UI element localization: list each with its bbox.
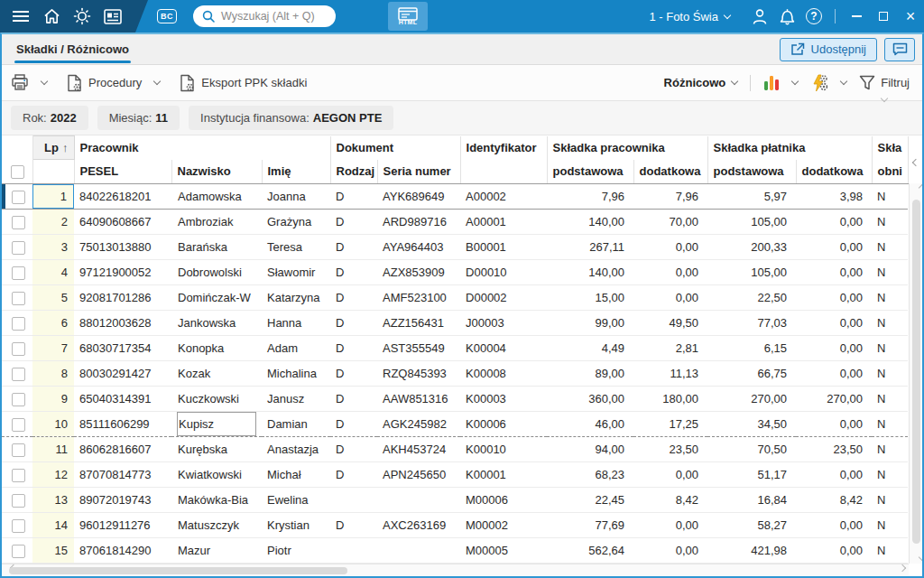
row-checkbox[interactable]: [12, 292, 25, 305]
procedures-label: Procedury: [88, 76, 142, 89]
cell-sp-podstawowa: 94,00: [547, 437, 633, 462]
column-header-sp-dodatkowa[interactable]: dodatkowa: [633, 160, 707, 184]
vertical-scroll-thumb[interactable]: [912, 200, 920, 544]
row-checkbox[interactable]: [12, 519, 25, 533]
export-ppk-button[interactable]: Eksport PPK składki: [180, 74, 307, 92]
horizontal-scroll-thumb[interactable]: [9, 567, 347, 574]
row-checkbox[interactable]: [12, 191, 25, 204]
column-header-pl-podstawowa[interactable]: podstawowa: [707, 160, 796, 184]
table-row[interactable]: 1 84022618201 Adamowska Joanna D AYK6896…: [2, 184, 908, 210]
column-group-dokument[interactable]: Dokument: [330, 136, 460, 160]
cell-identyfikator: M00005: [460, 538, 547, 564]
maximize-button[interactable]: [870, 0, 897, 33]
bc-button[interactable]: BC: [152, 0, 182, 33]
procedures-button[interactable]: Procedury: [67, 74, 160, 92]
html-label: HTML: [399, 19, 418, 25]
assistant-button[interactable]: [67, 0, 97, 33]
row-checkbox[interactable]: [12, 393, 25, 406]
minimize-button[interactable]: [843, 0, 870, 33]
table-row[interactable]: 11 86062816607 Kurębska Anastazja D AKH4…: [2, 437, 908, 462]
table-row[interactable]: 3 75013013880 Barańska Teresa D AYA96440…: [2, 235, 908, 260]
search-input[interactable]: Wyszukaj (Alt + Q): [193, 5, 336, 27]
row-checkbox[interactable]: [12, 469, 25, 482]
column-header-seria-numer[interactable]: Seria numer: [377, 160, 460, 184]
print-button[interactable]: [11, 74, 47, 91]
table-row[interactable]: 9 65040314391 Kuczkowski Janusz D AAW851…: [2, 387, 908, 412]
cell-imie: Michalina: [262, 361, 330, 387]
scroll-down-icon[interactable]: [919, 554, 922, 561]
row-checkbox[interactable]: [12, 418, 25, 432]
share-button[interactable]: Udostępnij: [780, 38, 877, 61]
help-button[interactable]: ?: [800, 0, 827, 33]
analytics-button[interactable]: [763, 74, 798, 91]
view-mode-selector[interactable]: Różnicowo: [664, 76, 738, 89]
feedback-button[interactable]: [884, 38, 915, 61]
cell-imie: Joanna: [262, 184, 330, 210]
filter-button[interactable]: Filtruj: [859, 75, 910, 90]
cell-imie: Janusz: [262, 387, 330, 412]
column-group-skladka-obnizona[interactable]: Skła: [872, 136, 908, 160]
filter-chip[interactable]: Rok:2022: [11, 106, 88, 130]
table-row[interactable]: 14 96012911276 Matuszczyk Krystian D AXC…: [2, 513, 908, 538]
table-row[interactable]: 2 64090608667 Ambroziak Grażyna D ARD989…: [2, 210, 908, 235]
column-header-sp-podstawowa[interactable]: podstawowa: [547, 160, 633, 184]
table-row[interactable]: 13 89072019743 Makówka-Bia Ewelina M0000…: [2, 488, 908, 513]
column-header-imie[interactable]: Imię: [262, 160, 330, 184]
search-icon: [202, 10, 215, 23]
table-row[interactable]: 10 85111606299 Kupisz Damian D AGK245982…: [2, 412, 908, 437]
row-checkbox[interactable]: [12, 545, 25, 558]
table-row[interactable]: 8 80030291427 Kozak Michalina D RZQ84539…: [2, 361, 908, 387]
home-button[interactable]: [36, 0, 67, 33]
horizontal-scrollbar[interactable]: [2, 564, 909, 576]
column-header-identyfikator[interactable]: Identyfikator: [460, 136, 547, 184]
row-checkbox[interactable]: [12, 266, 25, 280]
cell-sp-podstawowa: 4,49: [547, 336, 633, 361]
column-header-rodzaj[interactable]: Rodzaj: [330, 160, 377, 184]
table-row[interactable]: 7 68030717354 Konopka Adam D AST355549 K…: [2, 336, 908, 361]
filter-chip[interactable]: Miesiąc:11: [97, 106, 180, 130]
column-header-lp[interactable]: Lp↑: [32, 136, 74, 160]
close-button[interactable]: ×: [897, 0, 924, 33]
row-checkbox[interactable]: [12, 342, 25, 356]
column-group-pracownik[interactable]: Pracownik: [74, 136, 330, 160]
column-header-nazwisko[interactable]: Nazwisko: [171, 160, 262, 184]
table-row[interactable]: 15 87061814290 Mazur Piotr M00005 562,64…: [2, 538, 908, 564]
scroll-up-icon[interactable]: [919, 184, 922, 191]
cell-rodzaj: D: [330, 184, 377, 210]
user-button[interactable]: [746, 0, 773, 33]
table-row[interactable]: 5 92081701286 Domińczak-W Katarzyna D AM…: [2, 285, 908, 311]
vertical-scrollbar[interactable]: [909, 183, 922, 564]
cell-pesel: 80030291427: [74, 361, 171, 387]
column-header-obnizona[interactable]: obni: [872, 160, 908, 184]
row-select-cell: [2, 387, 32, 412]
select-all-checkbox[interactable]: [11, 165, 24, 179]
filter-chip[interactable]: Instytucja finansowa:AEGON PTE: [189, 106, 393, 130]
data-grid: Lp↑ Pracownik Dokument Identyfikator Skł…: [2, 135, 922, 576]
cell-obnizona: N: [872, 488, 908, 513]
notifications-button[interactable]: [773, 0, 800, 33]
row-checkbox[interactable]: [12, 443, 25, 457]
column-header-pl-dodatkowa[interactable]: dodatkowa: [796, 160, 872, 184]
row-checkbox[interactable]: [12, 368, 25, 381]
cell-sp-dodatkowa: 7,96: [633, 184, 707, 210]
column-group-skladka-platnika[interactable]: Składka płatnika: [707, 136, 872, 160]
row-checkbox[interactable]: [12, 494, 25, 508]
cell-lp: 5: [32, 285, 74, 311]
collapse-panel-icon[interactable]: [912, 159, 919, 166]
column-header-pesel[interactable]: PESEL: [74, 160, 171, 184]
row-checkbox[interactable]: [12, 317, 25, 331]
tab-skladki-roznicowo[interactable]: Składki / Różnicowo: [2, 34, 143, 65]
menu-button[interactable]: [5, 0, 36, 33]
table-row[interactable]: 4 97121900052 Dobrowolski Sławomir D AZX…: [2, 260, 908, 285]
row-checkbox[interactable]: [12, 241, 25, 255]
column-group-skladka-pracownika[interactable]: Składka pracownika: [547, 136, 707, 160]
html-view-button[interactable]: HTML: [388, 2, 428, 31]
table-row[interactable]: 12 87070814773 Kwiatkowski Michał D APN2…: [2, 462, 908, 488]
personalization-button[interactable]: [810, 74, 846, 92]
news-button[interactable]: [97, 0, 128, 33]
table-row[interactable]: 6 88012003628 Jankowska Hanna D AZZ15643…: [2, 311, 908, 336]
row-checkbox[interactable]: [12, 216, 25, 229]
company-selector[interactable]: 1 - Foto Świa: [649, 10, 730, 23]
cell-sp-podstawowa: 77,69: [547, 513, 633, 538]
scroll-right-icon[interactable]: [899, 564, 906, 572]
